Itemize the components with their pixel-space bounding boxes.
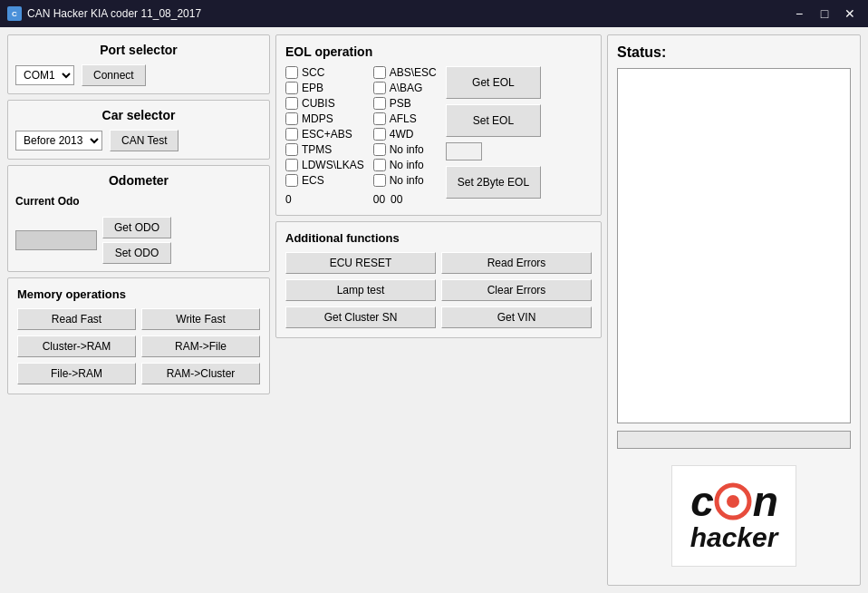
ram-to-cluster-button[interactable]: RAM->Cluster (141, 363, 260, 384)
ecs-label: ECS (302, 174, 324, 187)
connect-button[interactable]: Connect (82, 64, 146, 86)
left-column: Port selector COM1 COM2 COM3 Connect Car… (7, 34, 270, 586)
eol-right-checks: ABS\ESC A\BAG PSB AFLS 4WD No info No in… (373, 66, 437, 206)
additional-functions-panel: Additional functions ECU RESET Read Erro… (275, 221, 602, 338)
psb-check[interactable] (373, 97, 386, 110)
num3-val: 00 (391, 193, 402, 206)
psb-label: PSB (390, 97, 411, 110)
set-eol-button[interactable]: Set EOL (446, 104, 541, 137)
cubis-check[interactable] (285, 97, 298, 110)
close-button[interactable]: ✕ (839, 5, 861, 23)
epb-check[interactable] (285, 82, 298, 94)
port-selector-title: Port selector (15, 43, 262, 57)
eol-buttons: Get EOL Set EOL Set 2Byte EOL (446, 66, 541, 206)
odometer-panel: Odometer Current Odo Get ODO Set ODO (7, 165, 270, 272)
num2-val: 00 (373, 193, 385, 206)
port-dropdown[interactable]: COM1 COM2 COM3 (15, 65, 74, 85)
app-icon: C (7, 6, 22, 21)
noinfo2-check[interactable] (373, 159, 386, 171)
file-to-ram-button[interactable]: File->RAM (17, 363, 136, 384)
afls-check[interactable] (373, 112, 386, 125)
absesc-label: ABS\ESC (390, 66, 437, 79)
4wd-check[interactable] (373, 128, 386, 141)
noinfo3-label: No info (390, 174, 424, 187)
port-selector-panel: Port selector COM1 COM2 COM3 Connect (7, 34, 270, 94)
abag-label: A\BAG (390, 82, 423, 94)
scc-check[interactable] (285, 66, 298, 79)
ecs-check[interactable] (285, 174, 298, 187)
tpms-check[interactable] (285, 143, 298, 156)
noinfo3-check[interactable] (373, 174, 386, 187)
svg-point-3 (727, 495, 739, 508)
car-selector-panel: Car selector Before 2013 After 2013 CAN … (7, 100, 270, 160)
logo-hacker-text: hacker (690, 524, 778, 551)
eol-panel: EOL operation SCC EPB CUBIS MDPS ESC+ABS… (275, 34, 602, 216)
get-odo-button[interactable]: Get ODO (102, 217, 171, 238)
logo-can-text: c n (690, 481, 777, 522)
odo-row: Get ODO Set ODO (15, 217, 262, 264)
eol-title: EOL operation (285, 44, 592, 59)
noinfo1-check[interactable] (373, 143, 386, 156)
odometer-title: Odometer (15, 173, 262, 188)
tpms-label: TPMS (302, 143, 332, 156)
set-odo-button[interactable]: Set ODO (102, 242, 171, 264)
lamp-test-button[interactable]: Lamp test (285, 279, 436, 301)
scc-label: SCC (302, 66, 324, 79)
memory-title: Memory operations (17, 287, 260, 301)
get-eol-button[interactable]: Get EOL (446, 66, 541, 99)
set-2byte-eol-button[interactable]: Set 2Byte EOL (446, 166, 541, 199)
additional-title: Additional functions (285, 231, 592, 245)
memory-operations-panel: Memory operations Read Fast Write Fast C… (7, 277, 270, 394)
4wd-label: 4WD (390, 128, 414, 141)
memory-grid: Read Fast Write Fast Cluster->RAM RAM->F… (17, 308, 260, 384)
ecu-reset-button[interactable]: ECU RESET (285, 252, 436, 274)
escabs-check[interactable] (285, 128, 298, 141)
cluster-to-ram-button[interactable]: Cluster->RAM (17, 335, 136, 357)
noinfo1-label: No info (390, 143, 424, 156)
svg-text:C: C (12, 10, 17, 18)
read-errors-button[interactable]: Read Errors (441, 252, 592, 274)
main-content: Port selector COM1 COM2 COM3 Connect Car… (0, 27, 868, 593)
write-fast-button[interactable]: Write Fast (141, 308, 260, 330)
mdps-check[interactable] (285, 112, 298, 125)
logo-area: c n hacker (617, 456, 851, 576)
absesc-check[interactable] (373, 66, 386, 79)
port-selector-row: COM1 COM2 COM3 Connect (15, 64, 262, 86)
cubis-label: CUBIS (302, 97, 335, 110)
clear-errors-button[interactable]: Clear Errors (441, 279, 592, 301)
abag-check[interactable] (373, 82, 386, 94)
read-fast-button[interactable]: Read Fast (17, 308, 136, 330)
num1-val: 0 (285, 193, 292, 206)
noinfo2-label: No info (390, 159, 424, 171)
odo-value-input[interactable] (15, 230, 97, 250)
status-progress-bar (617, 431, 851, 449)
status-text-area (617, 68, 851, 423)
ldws-label: LDWS\LKAS (302, 159, 364, 171)
can-hacker-logo: c n hacker (671, 465, 797, 567)
center-column: EOL operation SCC EPB CUBIS MDPS ESC+ABS… (275, 34, 602, 586)
ldws-check[interactable] (285, 159, 298, 171)
minimize-button[interactable]: − (788, 5, 810, 23)
epb-label: EPB (302, 82, 323, 94)
status-title: Status: (617, 44, 851, 61)
car-selector-row: Before 2013 After 2013 CAN Test (15, 130, 262, 151)
current-odo-label: Current Odo (15, 195, 262, 208)
window-title: CAN Hacker KIA coder 11_08_2017 (27, 7, 783, 20)
afls-label: AFLS (390, 112, 417, 125)
mdps-label: MDPS (302, 112, 333, 125)
window-controls: − □ ✕ (788, 5, 861, 23)
get-cluster-sn-button[interactable]: Get Cluster SN (285, 306, 436, 328)
title-bar: C CAN Hacker KIA coder 11_08_2017 − □ ✕ (0, 0, 868, 27)
get-vin-button[interactable]: Get VIN (441, 306, 592, 328)
eol-left-checks: SCC EPB CUBIS MDPS ESC+ABS TPMS LDWS\LKA… (285, 66, 364, 206)
status-panel: Status: c n hacker (607, 34, 861, 586)
ram-to-file-button[interactable]: RAM->File (141, 335, 260, 357)
maximize-button[interactable]: □ (814, 5, 835, 23)
color-indicator (446, 142, 482, 160)
can-test-button[interactable]: CAN Test (110, 130, 178, 151)
car-selector-title: Car selector (15, 108, 262, 122)
car-dropdown[interactable]: Before 2013 After 2013 (15, 131, 102, 151)
escabs-label: ESC+ABS (302, 128, 352, 141)
additional-grid: ECU RESET Read Errors Lamp test Clear Er… (285, 252, 592, 328)
logo-o-circle (714, 482, 752, 520)
